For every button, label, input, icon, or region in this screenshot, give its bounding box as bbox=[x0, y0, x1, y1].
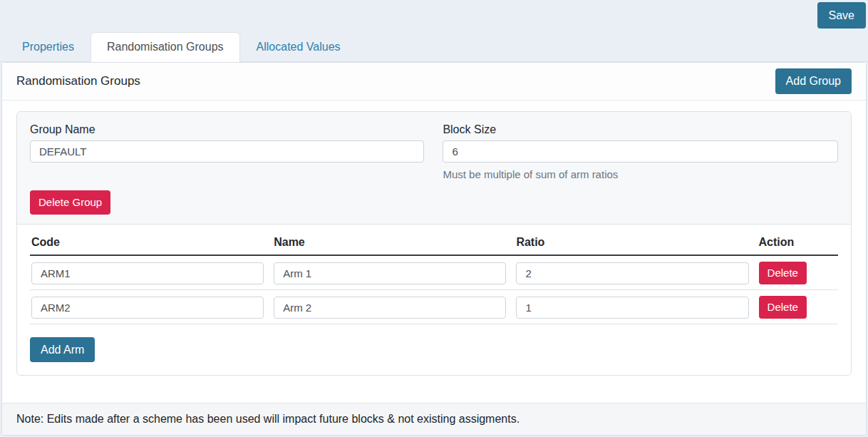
column-header-code: Code bbox=[30, 236, 272, 255]
arm-code-input[interactable] bbox=[31, 262, 264, 284]
block-size-help-text: Must be multiple of sum of arm ratios bbox=[443, 168, 838, 180]
randomisation-groups-panel: Randomisation Groups Add Group Group Nam… bbox=[1, 62, 867, 436]
tab-bar: Properties Randomisation Groups Allocate… bbox=[0, 31, 868, 62]
add-arm-button[interactable]: Add Arm bbox=[30, 337, 95, 362]
group-name-label: Group Name bbox=[30, 123, 424, 136]
save-button[interactable]: Save bbox=[817, 2, 866, 29]
column-header-name: Name bbox=[272, 236, 515, 255]
delete-arm-button[interactable]: Delete bbox=[759, 296, 807, 319]
arm-code-input[interactable] bbox=[31, 297, 264, 319]
group-card-body: Code Name Ratio Action Delete bbox=[17, 225, 851, 375]
column-header-action: Action bbox=[758, 236, 838, 255]
delete-arm-button[interactable]: Delete bbox=[759, 262, 807, 284]
arm-ratio-input[interactable] bbox=[516, 262, 748, 284]
block-size-field-group: Block Size Must be multiple of sum of ar… bbox=[443, 123, 838, 180]
arms-table: Code Name Ratio Action Delete bbox=[30, 236, 838, 324]
group-name-input[interactable] bbox=[30, 140, 424, 163]
group-name-field-group: Group Name bbox=[30, 123, 424, 180]
block-size-input[interactable] bbox=[443, 140, 838, 163]
add-group-button[interactable]: Add Group bbox=[775, 68, 852, 93]
arms-table-header-row: Code Name Ratio Action bbox=[30, 236, 838, 255]
group-form-row: Group Name Block Size Must be multiple o… bbox=[30, 123, 838, 180]
group-card: Group Name Block Size Must be multiple o… bbox=[16, 111, 852, 376]
top-bar: Save bbox=[0, 0, 868, 31]
group-card-header: Group Name Block Size Must be multiple o… bbox=[17, 112, 851, 225]
arm-ratio-input[interactable] bbox=[516, 297, 748, 319]
tab-properties[interactable]: Properties bbox=[6, 32, 91, 62]
panel-footer-note: Note: Edits made after a scheme has been… bbox=[2, 403, 866, 435]
panel-title: Randomisation Groups bbox=[16, 74, 140, 88]
panel-body: Group Name Block Size Must be multiple o… bbox=[2, 101, 866, 403]
panel-header: Randomisation Groups Add Group bbox=[2, 63, 866, 101]
tab-allocated-values[interactable]: Allocated Values bbox=[240, 32, 357, 62]
arm-name-input[interactable] bbox=[274, 297, 506, 319]
delete-group-button[interactable]: Delete Group bbox=[30, 190, 110, 215]
column-header-ratio: Ratio bbox=[515, 236, 757, 255]
tab-randomisation-groups[interactable]: Randomisation Groups bbox=[91, 32, 240, 62]
table-row: Delete bbox=[30, 290, 838, 324]
table-row: Delete bbox=[30, 255, 838, 290]
arm-name-input[interactable] bbox=[274, 262, 506, 284]
block-size-label: Block Size bbox=[443, 123, 838, 136]
